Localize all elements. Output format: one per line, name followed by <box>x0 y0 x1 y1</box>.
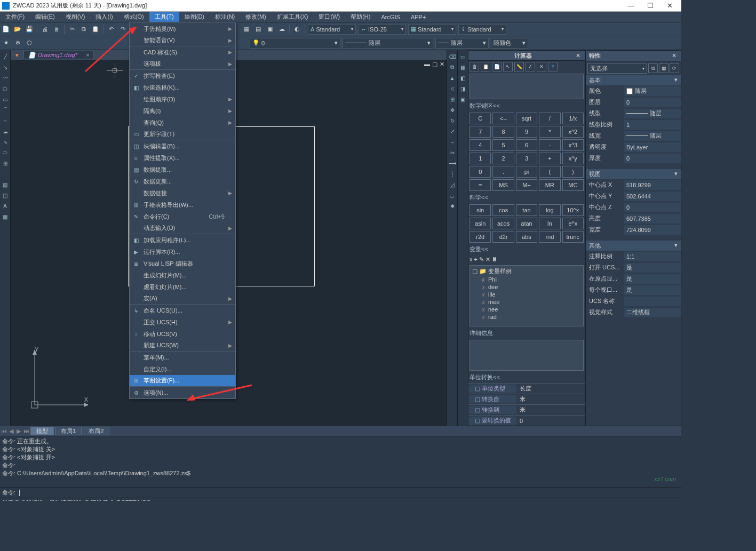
variable-item[interactable]: xdee <box>471 283 582 291</box>
block-icon[interactable]: ⊞ <box>1 159 10 167</box>
mdi-max-icon[interactable]: ▢ <box>432 61 437 68</box>
menu-item[interactable]: APP+ <box>405 13 431 21</box>
menu-item[interactable]: CAD 标准(S)▶ <box>130 46 235 58</box>
property-row[interactable]: 在原点显...是 <box>586 273 681 284</box>
menu-item[interactable]: 动态输入(D)▶ <box>130 222 235 234</box>
calc-key[interactable]: 1/x <box>562 113 584 124</box>
calc-key[interactable]: rnd <box>539 231 560 243</box>
menu-item[interactable]: ≡属性提取(X)... <box>130 152 235 164</box>
undo-icon[interactable]: ↶ <box>106 24 116 35</box>
menu-item[interactable]: ↻数据更新... <box>130 175 235 187</box>
menu-item[interactable]: 标注(N) <box>210 12 240 22</box>
chamfer-icon[interactable]: ◿ <box>448 180 457 189</box>
var-btn[interactable]: ✎ <box>479 256 484 263</box>
menu-item[interactable]: ◧快速选择(K)... <box>130 82 235 93</box>
calc-key[interactable]: . <box>492 166 514 178</box>
close-button[interactable]: ✕ <box>660 2 679 10</box>
mleader-style-combo[interactable]: ⤹ Standard▾ <box>458 24 506 35</box>
calc-key[interactable]: e^x <box>562 218 584 229</box>
menu-item[interactable]: 绘图(D) <box>179 12 210 22</box>
panel-close-icon[interactable]: ✕ <box>574 52 582 59</box>
property-row[interactable]: 图层0 <box>586 97 681 108</box>
revcloud-icon[interactable]: ☁ <box>1 127 10 135</box>
table-style-combo[interactable]: ▦ Standard▾ <box>408 24 456 35</box>
ray-icon[interactable]: ↘ <box>1 63 10 71</box>
unit-header[interactable]: 单位转换<< <box>468 372 585 383</box>
menu-item[interactable]: 手势精灵(M)▶ <box>130 23 235 35</box>
menu-item[interactable]: 选项板▶ <box>130 58 235 70</box>
tab-first-icon[interactable]: ⏮ <box>0 428 7 434</box>
calc-key[interactable]: log <box>539 204 560 216</box>
unit-row[interactable]: ▢ 转换到米 <box>468 404 585 415</box>
calc-btn[interactable]: 📄 <box>492 62 502 71</box>
menu-item[interactable]: ⊞草图设置(F)... <box>130 375 235 387</box>
property-row[interactable]: 线型比例1 <box>586 119 681 130</box>
layer-icon[interactable]: ▭ <box>459 52 467 61</box>
menu-item[interactable]: ▤数据提取... <box>130 164 235 175</box>
calc-key[interactable]: sqrt <box>516 113 537 124</box>
calc-key[interactable]: asin <box>469 218 491 229</box>
array-icon[interactable]: ⊞ <box>448 95 457 103</box>
calc-key[interactable]: d2r <box>492 231 514 243</box>
property-row[interactable]: 打开 UCS...是 <box>586 262 681 273</box>
calc-key[interactable]: x^2 <box>562 126 584 138</box>
offset-icon[interactable]: ⊂ <box>448 84 457 93</box>
polyline-icon[interactable]: 〰 <box>1 74 10 82</box>
property-row[interactable]: 透明度ByLayer <box>586 141 681 153</box>
science-header[interactable]: 科学<< <box>468 192 585 203</box>
layer-icon[interactable]: ◧ <box>459 74 467 82</box>
spline-icon[interactable]: ∿ <box>1 138 10 146</box>
calc-key[interactable]: MS <box>492 179 514 191</box>
calc-key[interactable]: abs <box>516 231 537 243</box>
variable-item[interactable]: xnee <box>471 306 582 313</box>
calc-key[interactable]: M+ <box>516 179 537 191</box>
calc-key[interactable]: <-- <box>492 113 514 124</box>
menu-item[interactable]: 智能语音(V)▶ <box>130 35 235 46</box>
tb-icon[interactable]: ▤ <box>253 24 264 35</box>
menu-item[interactable]: ⊞手绘表格导出(W)... <box>130 199 235 211</box>
calc-display[interactable] <box>469 74 584 99</box>
calc-btn[interactable]: 🗑 <box>469 62 479 71</box>
calc-key[interactable]: ( <box>539 166 560 178</box>
calc-key[interactable]: tan <box>516 204 537 216</box>
property-row[interactable]: 每个视口...是 <box>586 284 681 296</box>
linetype-combo[interactable]: 随层▾ <box>343 38 433 49</box>
print-icon[interactable]: 🖨 <box>39 24 50 35</box>
layout-tab[interactable]: 布局1 <box>55 427 82 435</box>
text-style-combo[interactable]: A Standard▾ <box>308 24 356 35</box>
menu-item[interactable]: 格式(O) <box>118 12 149 22</box>
variable-item[interactable]: kPhi <box>471 276 582 283</box>
document-tab[interactable]: 📄 Drawing1.dwg* × <box>23 51 94 59</box>
calc-key[interactable]: = <box>469 179 491 191</box>
calc-key[interactable]: + <box>539 153 560 164</box>
break-icon[interactable]: ┊ <box>448 170 457 178</box>
extend-icon[interactable]: ⟶ <box>448 159 457 167</box>
menu-item[interactable]: ◧加载应用程序(L)... <box>130 234 235 246</box>
unit-row[interactable]: ▢ 转换自米 <box>468 394 585 404</box>
numkeys-header[interactable]: 数字键区<< <box>468 100 585 111</box>
menu-item[interactable]: 绘图顺序(D)▶ <box>130 93 235 105</box>
var-btn[interactable]: + <box>474 256 478 263</box>
menu-item[interactable]: 正交 UCS(H)▶ <box>130 316 235 328</box>
tb-icon[interactable]: ▦ <box>241 24 252 35</box>
layer-icon[interactable]: ◨ <box>459 84 467 93</box>
menu-item[interactable]: 视图(V) <box>60 12 91 22</box>
props-btn[interactable]: ⟳ <box>670 63 679 73</box>
unit-row[interactable]: ▢ 要转换的值0 <box>468 415 585 426</box>
menu-item[interactable]: ✓拼写检查(E) <box>130 70 235 82</box>
copy-icon[interactable]: ⧉ <box>78 24 89 35</box>
property-row[interactable]: 线宽随层 <box>586 130 681 141</box>
property-row[interactable]: 厚度0 <box>586 153 681 164</box>
menu-item[interactable]: 观看幻灯片(M)... <box>130 281 235 293</box>
property-row[interactable]: 注释比例1:1 <box>586 251 681 262</box>
menu-item[interactable]: ▭更新字段(T) <box>130 129 235 140</box>
property-row[interactable]: 高度607.7385 <box>586 213 681 224</box>
property-row[interactable]: 颜色随层 <box>586 85 681 97</box>
calc-key[interactable]: - <box>539 139 560 151</box>
explode-icon[interactable]: ✸ <box>448 202 457 210</box>
menu-item[interactable]: 文件(F) <box>0 12 30 22</box>
menu-item[interactable]: ◫块编辑器(B)... <box>130 140 235 152</box>
calc-help-icon[interactable]: ? <box>548 62 558 71</box>
calc-key[interactable]: 3 <box>516 153 537 164</box>
lineweight-combo[interactable]: 随层▾ <box>435 38 489 49</box>
